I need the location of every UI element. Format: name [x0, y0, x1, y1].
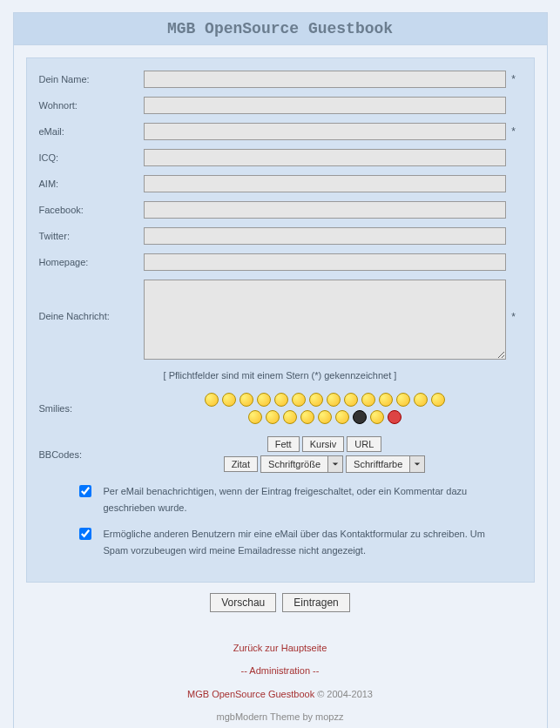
notify-text: Per eMail benachrichtigen, wenn der Eint…	[104, 483, 504, 516]
bbcode-size-label: Schriftgröße	[261, 456, 328, 472]
smiley-grin-icon[interactable]	[205, 393, 219, 407]
row-facebook: Facebook:	[39, 201, 522, 219]
sep-left: --	[241, 665, 247, 676]
sep-right: --	[313, 665, 319, 676]
homepage-field[interactable]	[144, 253, 506, 271]
bbcode-color-label: Schriftfarbe	[347, 456, 410, 472]
bbcode-controls: Fett Kursiv URL Zitat Schriftgröße Schri…	[144, 436, 506, 473]
row-aim: AIM:	[39, 175, 522, 192]
label-bbcodes: BBCodes:	[39, 449, 144, 460]
email-field[interactable]	[144, 123, 506, 140]
chevron-down-icon[interactable]	[410, 456, 424, 472]
label-smilies: Smilies:	[39, 403, 144, 414]
label-aim: AIM:	[39, 179, 144, 189]
smiley-cool-icon[interactable]	[274, 393, 288, 407]
contact-text: Ermögliche anderen Benutzern mir eine eM…	[104, 526, 504, 558]
smiley-rolleyes-icon[interactable]	[361, 393, 375, 407]
bbcode-url-button[interactable]: URL	[347, 436, 381, 452]
req-message: *	[506, 280, 522, 323]
label-name: Dein Name:	[39, 74, 144, 84]
smiley-question-icon[interactable]	[388, 410, 401, 424]
message-field[interactable]	[144, 280, 506, 360]
smiley-happy-icon[interactable]	[292, 393, 306, 407]
theme-credit: mgbModern Theme by mopzz	[14, 705, 547, 728]
req-email: *	[506, 125, 522, 138]
smiley-sleepy-icon[interactable]	[283, 410, 297, 424]
footer: Zurück zur Hauptseite -- Administration …	[14, 616, 547, 728]
guestbook-panel: MGB OpenSource Guestbook Dein Name: * Wo…	[13, 12, 548, 728]
row-name: Dein Name: *	[39, 71, 522, 88]
preview-button[interactable]: Vorschau	[210, 593, 276, 612]
row-wohnort: Wohnort:	[39, 97, 522, 114]
bbcode-size-select[interactable]: Schriftgröße	[260, 455, 343, 473]
bbcode-fett-button[interactable]: Fett	[267, 436, 300, 452]
copyright: © 2004-2013	[314, 689, 373, 699]
submit-button[interactable]: Eintragen	[282, 593, 349, 612]
smiley-biggrin-icon[interactable]	[257, 393, 271, 407]
notify-checkbox[interactable]	[79, 485, 91, 497]
row-smilies: Smilies:	[39, 393, 522, 424]
req-name: *	[506, 73, 522, 85]
smiley-cry-icon[interactable]	[248, 410, 262, 424]
row-twitter: Twitter:	[39, 227, 522, 245]
smiley-shocked-icon[interactable]	[318, 410, 332, 424]
smiley-surprised-icon[interactable]	[300, 410, 314, 424]
chevron-down-icon[interactable]	[328, 456, 342, 472]
smiley-neutral-icon[interactable]	[344, 393, 358, 407]
label-wohnort: Wohnort:	[39, 100, 144, 111]
bbcode-zitat-button[interactable]: Zitat	[224, 456, 258, 472]
smiley-sick-icon[interactable]	[266, 410, 280, 424]
row-homepage: Homepage:	[39, 253, 522, 271]
bbcode-kursiv-button[interactable]: Kursiv	[302, 436, 345, 452]
smiley-wink-icon[interactable]	[309, 393, 323, 407]
label-twitter: Twitter:	[39, 231, 144, 241]
brand-link[interactable]: MGB OpenSource Guestbook	[187, 689, 314, 699]
contact-row: Ermögliche anderen Benutzern mir eine eM…	[57, 526, 504, 558]
smiley-idea-icon[interactable]	[370, 410, 384, 424]
smiley-frown-icon[interactable]	[414, 393, 428, 407]
label-message: Deine Nachricht:	[39, 280, 144, 321]
submit-row: Vorschau Eintragen	[14, 583, 547, 616]
row-email: eMail: *	[39, 123, 522, 140]
bbcode-color-select[interactable]: Schriftfarbe	[346, 455, 425, 473]
contact-checkbox[interactable]	[79, 528, 91, 540]
form-area: Dein Name: * Wohnort: eMail: * ICQ: AIM:…	[26, 57, 535, 583]
label-facebook: Facebook:	[39, 205, 144, 215]
smiley-sad-icon[interactable]	[379, 393, 393, 407]
notify-row: Per eMail benachrichtigen, wenn der Eint…	[57, 483, 504, 516]
smiley-arrow-icon[interactable]	[353, 410, 367, 424]
label-email: eMail:	[39, 126, 144, 137]
smiley-angry-icon[interactable]	[431, 393, 445, 407]
label-icq: ICQ:	[39, 152, 144, 163]
smiley-smile-icon[interactable]	[222, 393, 236, 407]
smiley-confused-icon[interactable]	[396, 393, 410, 407]
aim-field[interactable]	[144, 175, 506, 192]
twitter-field[interactable]	[144, 227, 506, 245]
row-message: Deine Nachricht: *	[39, 280, 522, 361]
label-homepage: Homepage:	[39, 257, 144, 267]
smiley-laugh-icon[interactable]	[240, 393, 253, 407]
name-field[interactable]	[144, 71, 506, 88]
required-note: [ Pflichtfelder sind mit einem Stern (*)…	[39, 370, 522, 381]
smiley-tongue-icon[interactable]	[327, 393, 341, 407]
row-icq: ICQ:	[39, 149, 522, 166]
icq-field[interactable]	[144, 149, 506, 166]
smilies-grid	[203, 393, 447, 424]
row-bbcodes: BBCodes: Fett Kursiv URL Zitat Schriftgr…	[39, 436, 522, 473]
back-link[interactable]: Zurück zur Hauptseite	[233, 643, 327, 653]
smiley-devil-icon[interactable]	[335, 410, 349, 424]
admin-link[interactable]: Administration	[249, 665, 310, 676]
facebook-field[interactable]	[144, 201, 506, 219]
wohnort-field[interactable]	[144, 97, 506, 114]
page-title: MGB OpenSource Guestbook	[14, 13, 547, 45]
